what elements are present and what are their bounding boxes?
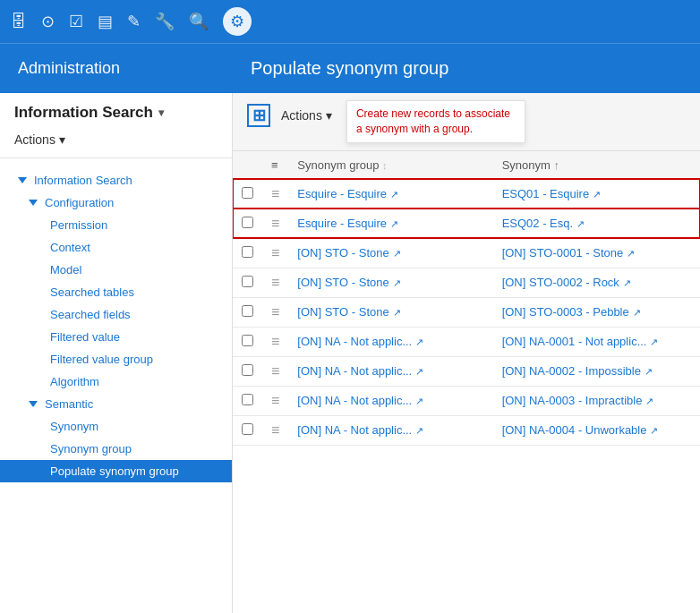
synonym-link-icon[interactable]: ↗ [645, 366, 653, 377]
actions-arrow: ▾ [326, 108, 332, 123]
tooltip-box: Create new records to associate a synony… [346, 100, 525, 143]
clock-icon[interactable]: ⊙ [41, 12, 55, 31]
sidebar-item-filtered-value[interactable]: Filtered value [0, 326, 232, 348]
search-icon[interactable]: 🔍 [189, 12, 209, 31]
sidebar-item-model[interactable]: Model [0, 259, 232, 281]
edit-icon[interactable]: ✎ [127, 12, 141, 31]
row-checkbox[interactable] [242, 423, 253, 435]
drag-handle-icon[interactable]: ≡ [271, 275, 279, 290]
sidebar-item-populate-synonym-group[interactable]: Populate synonym group [0, 460, 232, 482]
cell-synonym: ESQ01 - Esquire↗ [493, 179, 700, 209]
drag-handle-icon[interactable]: ≡ [271, 393, 279, 408]
cell-synonym-group: Esquire - Esquire↗ [288, 179, 492, 209]
synonym-group-link-icon[interactable]: ↗ [393, 307, 401, 318]
synonym-group-link-icon[interactable]: ↗ [415, 425, 423, 436]
layers-icon[interactable]: ▤ [98, 12, 113, 31]
sidebar: Information Search ▾ Actions ▾ Informati… [0, 93, 233, 613]
sidebar-item-synonym-group[interactable]: Synonym group [0, 438, 232, 460]
synonym-group-link-icon[interactable]: ↗ [393, 248, 401, 259]
table-row: ≡[ON] NA - Not applic...↗[ON] NA-0004 - … [233, 415, 700, 445]
sidebar-item-filtered-value-group[interactable]: Filtered value group [0, 348, 232, 370]
sidebar-item-configuration[interactable]: Configuration [0, 192, 232, 214]
sidebar-item-context[interactable]: Context [0, 236, 232, 259]
cell-synonym-group: [ON] STO - Stone↗ [288, 238, 492, 268]
sidebar-item-semantic[interactable]: Semantic [0, 393, 232, 415]
row-checkbox[interactable] [242, 217, 253, 228]
drag-handle-icon[interactable]: ≡ [271, 363, 279, 379]
drag-handle-icon[interactable]: ≡ [271, 304, 279, 319]
sidebar-item-algorithm[interactable]: Algorithm [0, 370, 232, 393]
settings-icon[interactable]: ⚙ [223, 7, 252, 36]
synonym-link-icon[interactable]: ↗ [576, 218, 585, 229]
sidebar-nav: Information Search Configuration Permiss… [0, 162, 232, 490]
header-bar: Administration Populate synonym group [0, 43, 700, 93]
table-row: ≡[ON] NA - Not applic...↗[ON] NA-0003 - … [233, 386, 700, 415]
app-title: Administration [18, 59, 215, 78]
table-body: ≡Esquire - Esquire↗ESQ01 - Esquire↗≡Esqu… [233, 179, 700, 445]
sidebar-actions-arrow: ▾ [59, 132, 65, 147]
sidebar-item-permission[interactable]: Permission [0, 214, 232, 236]
collapse-icon [29, 200, 38, 206]
synonym-group-link-icon[interactable]: ↗ [415, 366, 423, 377]
row-checkbox[interactable] [242, 187, 253, 199]
drag-handle-icon[interactable]: ≡ [271, 216, 279, 231]
cell-synonym: ESQ02 - Esq.↗ [493, 209, 700, 238]
synonym-group-link-icon[interactable]: ↗ [390, 218, 398, 229]
main-layout: Information Search ▾ Actions ▾ Informati… [0, 93, 700, 613]
sidebar-dropdown-arrow[interactable]: ▾ [158, 106, 164, 119]
synonym-link-icon[interactable]: ↗ [650, 336, 658, 347]
sidebar-section-title: Information Search [14, 104, 153, 122]
cell-synonym-group: [ON] STO - Stone↗ [288, 297, 492, 327]
row-checkbox[interactable] [242, 394, 253, 405]
synonym-link-icon[interactable]: ↗ [645, 396, 653, 406]
synonym-link-icon[interactable]: ↗ [627, 248, 635, 259]
col-header-checkbox [233, 151, 262, 180]
cell-synonym-group: [ON] NA - Not applic...↗ [288, 327, 492, 356]
cell-synonym: [ON] NA-0002 - Impossible↗ [493, 356, 700, 386]
cell-synonym: [ON] NA-0004 - Unworkable↗ [493, 415, 700, 445]
table-row: ≡[ON] NA - Not applic...↗[ON] NA-0002 - … [233, 356, 700, 386]
synonym-link-icon[interactable]: ↗ [633, 307, 641, 318]
actions-label: Actions [281, 108, 322, 123]
row-checkbox[interactable] [242, 335, 253, 346]
database-icon[interactable]: 🗄 [11, 13, 27, 31]
synonym-group-link-icon[interactable]: ↗ [390, 189, 398, 200]
drag-handle-icon[interactable]: ≡ [271, 186, 279, 201]
table-row: ≡[ON] STO - Stone↗[ON] STO-0002 - Rock↗ [233, 268, 700, 297]
cell-synonym: [ON] STO-0002 - Rock↗ [493, 268, 700, 297]
add-button[interactable]: ⊞ [247, 104, 270, 127]
cell-synonym: [ON] NA-0003 - Impractible↗ [493, 386, 700, 415]
synonym-group-link-icon[interactable]: ↗ [415, 336, 423, 347]
synonym-group-link-icon[interactable]: ↗ [393, 277, 401, 288]
sidebar-item-searched-fields[interactable]: Searched fields [0, 303, 232, 326]
sidebar-divider [0, 158, 232, 158]
row-checkbox[interactable] [242, 364, 253, 376]
synonym-group-link-icon[interactable]: ↗ [415, 396, 423, 406]
col-header-drag: ≡ [262, 151, 288, 180]
sidebar-item-info-search[interactable]: Information Search [0, 169, 232, 192]
cell-synonym-group: [ON] NA - Not applic...↗ [288, 356, 492, 386]
col-header-synonym[interactable]: Synonym [493, 151, 700, 180]
drag-handle-icon[interactable]: ≡ [271, 334, 279, 349]
cell-synonym-group: [ON] STO - Stone↗ [288, 268, 492, 297]
table-row: ≡[ON] NA - Not applic...↗[ON] NA-0001 - … [233, 327, 700, 356]
synonym-link-icon[interactable]: ↗ [593, 189, 601, 200]
synonym-link-icon[interactable]: ↗ [623, 277, 631, 288]
table-row: ≡[ON] STO - Stone↗[ON] STO-0003 - Pebble… [233, 297, 700, 327]
drag-handle-icon[interactable]: ≡ [271, 245, 279, 260]
row-checkbox[interactable] [242, 276, 253, 287]
actions-button[interactable]: Actions ▾ [277, 106, 336, 124]
sidebar-item-synonym[interactable]: Synonym [0, 415, 232, 438]
sidebar-item-searched-tables[interactable]: Searched tables [0, 281, 232, 303]
sidebar-actions-label: Actions [14, 132, 55, 147]
wrench-icon[interactable]: 🔧 [155, 12, 175, 31]
synonym-link-icon[interactable]: ↗ [650, 425, 658, 436]
sidebar-actions[interactable]: Actions ▾ [0, 129, 232, 154]
drag-handle-icon[interactable]: ≡ [271, 422, 279, 438]
row-checkbox[interactable] [242, 305, 253, 317]
row-checkbox[interactable] [242, 246, 253, 258]
col-header-synonym-group[interactable]: Synonym group [288, 151, 492, 180]
table-row: ≡Esquire - Esquire↗ESQ01 - Esquire↗ [233, 179, 700, 209]
checkbox-icon[interactable]: ☑ [69, 12, 83, 31]
cell-synonym: [ON] NA-0001 - Not applic...↗ [493, 327, 700, 356]
